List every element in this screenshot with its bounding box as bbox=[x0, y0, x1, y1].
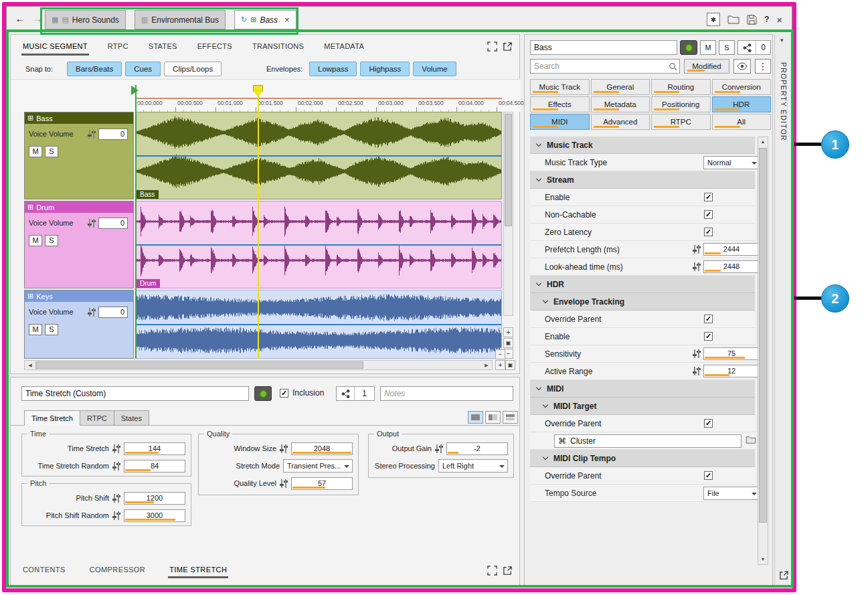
solo-button[interactable]: S bbox=[719, 40, 735, 55]
property-tab-effects[interactable]: Effects bbox=[530, 96, 590, 112]
volume-envelope-line[interactable] bbox=[136, 324, 501, 325]
scrollbar-thumb[interactable] bbox=[35, 361, 363, 369]
dropdown-music-track-type[interactable]: Normal bbox=[703, 156, 760, 169]
inclusion-checkbox[interactable]: ✓ bbox=[280, 389, 288, 398]
property-tab-routing[interactable]: Routing bbox=[651, 79, 711, 95]
voice-volume-value[interactable]: 0 bbox=[98, 307, 128, 318]
close-window-icon[interactable]: × bbox=[776, 14, 782, 25]
effect-tab-rtpc[interactable]: RTPC bbox=[80, 410, 114, 426]
mute-button[interactable]: M bbox=[700, 40, 716, 55]
h-zoom-fit-button[interactable]: ▣ bbox=[505, 360, 515, 370]
close-tab-icon[interactable]: × bbox=[284, 15, 290, 25]
property-tab-positioning[interactable]: Positioning bbox=[651, 96, 711, 112]
scrollbar-thumb[interactable] bbox=[759, 148, 767, 523]
scroll-right-icon[interactable]: ▶ bbox=[482, 361, 491, 369]
property-tab-conversion[interactable]: Conversion bbox=[712, 79, 772, 95]
section-header-hdr[interactable]: HDR bbox=[530, 276, 755, 293]
property-tab-music-track[interactable]: Music Track bbox=[530, 79, 590, 95]
more-options-button[interactable]: ⋮ bbox=[755, 59, 771, 74]
scroll-down-icon[interactable]: ▼ bbox=[758, 555, 768, 564]
checkbox-non-cachable[interactable]: ✓ bbox=[704, 210, 713, 219]
vertical-scrollbar[interactable] bbox=[503, 112, 513, 316]
expand-icon[interactable] bbox=[487, 566, 497, 576]
popout-icon[interactable] bbox=[503, 566, 513, 576]
zoom-in-button[interactable]: + bbox=[503, 327, 513, 337]
view-split-button[interactable] bbox=[485, 411, 501, 424]
numeric-field-prefetch-length-ms[interactable]: 2444 bbox=[703, 243, 760, 256]
track-header[interactable]: ⊞KeysVoice Volume0MS bbox=[24, 290, 134, 359]
mute-button[interactable]: M bbox=[29, 235, 42, 246]
timeline-ruler[interactable]: 00:00.00000:00.50000:01.00000:01.50000:0… bbox=[11, 79, 521, 112]
effect-name-input[interactable] bbox=[21, 386, 249, 401]
document-tab-bass[interactable]: ↻⊞Bass× bbox=[234, 10, 296, 29]
mute-button[interactable]: M bbox=[29, 324, 42, 335]
scroll-up-icon[interactable]: ▲ bbox=[758, 137, 768, 147]
document-tab-environmental-bus[interactable]: ▥Environmental Bus bbox=[135, 10, 226, 29]
dropdown-stereo-processing[interactable]: Left Right bbox=[438, 459, 508, 473]
open-project-icon[interactable] bbox=[727, 15, 740, 24]
property-tab-all[interactable]: All bbox=[712, 114, 772, 130]
checkbox-override-parent[interactable]: ✓ bbox=[704, 419, 713, 428]
color-palette-button[interactable] bbox=[254, 386, 272, 401]
view-stacked-button[interactable] bbox=[503, 411, 518, 424]
property-tab-rtpc[interactable]: RTPC bbox=[651, 114, 711, 130]
snap-button-bars-beats[interactable]: Bars/Beats bbox=[67, 62, 122, 76]
zoom-fit-button[interactable]: ▣ bbox=[503, 338, 513, 348]
layouts-icon[interactable]: ✱ bbox=[707, 13, 720, 26]
numeric-field-output-gain[interactable]: -2 bbox=[446, 442, 508, 455]
section-header-envelope-tracking[interactable]: Envelope Tracking bbox=[530, 293, 755, 311]
numeric-field-pitch-shift[interactable]: 1200 bbox=[124, 492, 185, 505]
solo-button[interactable]: S bbox=[45, 235, 58, 246]
envelope-button-highpass[interactable]: Highpass bbox=[360, 62, 410, 76]
numeric-field-time-stretch[interactable]: 144 bbox=[124, 442, 185, 455]
numeric-field-pitch-shift-random[interactable]: 3000 bbox=[124, 509, 185, 522]
property-tab-hdr[interactable]: HDR bbox=[712, 96, 772, 112]
nav-forward-button[interactable]: → bbox=[29, 11, 46, 27]
property-tab-advanced[interactable]: Advanced bbox=[591, 114, 650, 130]
voice-volume-value[interactable]: 0 bbox=[98, 218, 128, 229]
view-single-button[interactable] bbox=[468, 411, 483, 424]
expand-icon[interactable] bbox=[487, 41, 497, 52]
modified-filter-button[interactable]: Modified bbox=[684, 59, 729, 74]
bottom-tab-compressor[interactable]: COMPRESSOR bbox=[88, 563, 147, 578]
help-icon[interactable]: ? bbox=[764, 15, 769, 24]
section-header-music-track[interactable]: Music Track bbox=[530, 137, 755, 154]
track-clip[interactable]: Bass bbox=[135, 112, 502, 199]
section-header-midi-clip-tempo[interactable]: MIDI Clip Tempo bbox=[530, 450, 755, 467]
envelope-button-lowpass[interactable]: Lowpass bbox=[309, 62, 357, 76]
checkbox-zero-latency[interactable]: ✓ bbox=[704, 228, 713, 236]
snap-button-clips-loops[interactable]: Clips/Loops bbox=[164, 62, 222, 76]
editor-tab-transitions[interactable]: TRANSITIONS bbox=[251, 37, 305, 56]
mute-button[interactable]: M bbox=[29, 146, 42, 157]
track-clip[interactable]: Drum bbox=[135, 201, 502, 288]
envelope-button-volume[interactable]: Volume bbox=[413, 62, 456, 76]
property-tab-midi[interactable]: MIDI bbox=[530, 114, 590, 130]
dropdown-stretch-mode[interactable]: Transient Pres... bbox=[283, 459, 353, 473]
effect-tab-time-stretch[interactable]: Time Stretch bbox=[24, 410, 80, 426]
voice-volume-value[interactable]: 0 bbox=[98, 129, 128, 140]
property-scrollbar[interactable]: ▲ ▼ bbox=[758, 137, 768, 565]
h-zoom-in-button[interactable]: + bbox=[495, 360, 505, 370]
editor-tab-music-segment[interactable]: MUSIC SEGMENT bbox=[21, 37, 89, 56]
save-icon[interactable] bbox=[747, 15, 757, 25]
sharesets-control[interactable]: 0 bbox=[737, 40, 771, 55]
visibility-button[interactable] bbox=[733, 59, 751, 74]
solo-button[interactable]: S bbox=[45, 324, 58, 335]
auto-hide-icon[interactable]: ▾ bbox=[780, 37, 784, 44]
numeric-field-window-size[interactable]: 2048 bbox=[291, 442, 353, 455]
track-clip[interactable] bbox=[135, 290, 502, 359]
color-palette-button[interactable] bbox=[680, 40, 697, 55]
track-header[interactable]: ⊞DrumVoice Volume0MS bbox=[24, 201, 134, 288]
editor-tab-metadata[interactable]: METADATA bbox=[323, 37, 365, 56]
numeric-field-quality-level[interactable]: 57 bbox=[291, 477, 353, 490]
volume-envelope-line[interactable] bbox=[136, 155, 501, 157]
bottom-tab-time-stretch[interactable]: TIME STRETCH bbox=[168, 563, 228, 578]
search-input[interactable] bbox=[530, 59, 680, 74]
property-tab-general[interactable]: General bbox=[591, 79, 650, 95]
numeric-field-sensitivity[interactable]: 75 bbox=[703, 347, 760, 360]
dropdown-tempo-source[interactable]: File bbox=[703, 487, 760, 500]
playhead-handle[interactable] bbox=[253, 85, 263, 96]
effect-tab-states[interactable]: States bbox=[114, 410, 149, 426]
editor-tab-states[interactable]: STATES bbox=[147, 37, 179, 56]
numeric-field-time-stretch-random[interactable]: 84 bbox=[124, 460, 185, 473]
